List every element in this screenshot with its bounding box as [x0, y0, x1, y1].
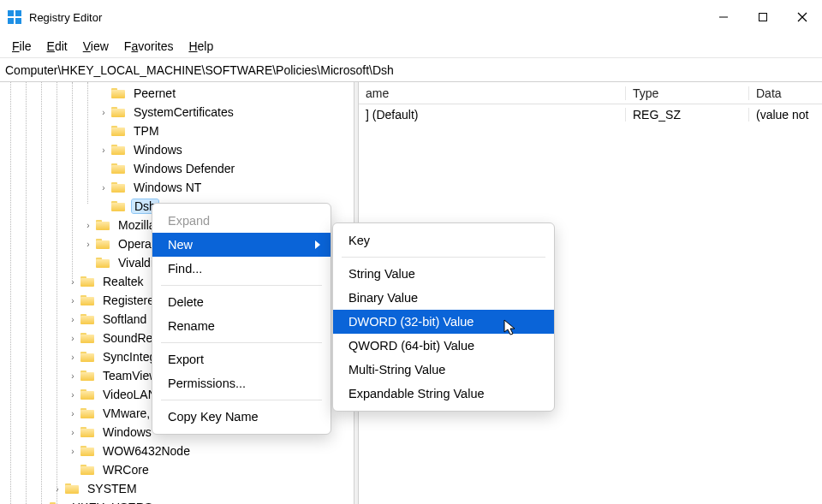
- ctx-new-item[interactable]: Expandable String Value: [333, 382, 554, 406]
- tree-item[interactable]: ›WOW6432Node: [0, 442, 354, 460]
- window-title: Registry Editor: [29, 11, 102, 24]
- cell-data: (value not: [749, 108, 822, 122]
- tree-item-label: SystemCertificates: [132, 105, 235, 119]
- chevron-icon[interactable]: ›: [67, 332, 79, 344]
- chevron-icon: [67, 464, 79, 476]
- col-header-type[interactable]: Type: [626, 86, 749, 100]
- folder-icon: [80, 276, 96, 288]
- col-header-data[interactable]: Data: [749, 86, 822, 100]
- ctx-item[interactable]: Copy Key Name: [152, 405, 331, 429]
- folder-icon: [80, 351, 96, 363]
- ctx-item[interactable]: Delete: [152, 290, 331, 314]
- menu-file[interactable]: File: [5, 38, 39, 55]
- chevron-icon: [98, 125, 110, 137]
- ctx-new-item[interactable]: String Value: [333, 262, 554, 286]
- tree-item-label: Opera: [116, 237, 153, 251]
- chevron-icon: [98, 163, 110, 175]
- maximize-button[interactable]: [743, 0, 783, 34]
- ctx-new-item[interactable]: DWORD (32-bit) Value: [333, 310, 554, 334]
- menu-favorites[interactable]: Favorites: [117, 38, 181, 55]
- tree-item-label: Windows NT: [132, 181, 203, 194]
- tree-item-label: Vivaldi: [116, 256, 155, 270]
- folder-icon: [111, 181, 127, 193]
- chevron-icon[interactable]: ›: [67, 351, 79, 363]
- svg-rect-0: [8, 10, 14, 16]
- folder-icon: [65, 483, 80, 495]
- menubar: File Edit View Favorites Help: [0, 34, 822, 58]
- list-body: ] (Default)REG_SZ(value not: [359, 104, 822, 125]
- chevron-icon[interactable]: ›: [67, 294, 79, 306]
- tree-item[interactable]: ›Windows: [0, 140, 354, 159]
- svg-rect-2: [8, 18, 14, 24]
- tree-item-label: Windows: [101, 425, 153, 439]
- app-icon: [7, 9, 22, 25]
- folder-icon: [80, 426, 96, 438]
- ctx-item[interactable]: Permissions...: [152, 371, 331, 395]
- chevron-icon[interactable]: ›: [67, 370, 79, 382]
- chevron-icon[interactable]: ›: [98, 181, 110, 193]
- folder-icon: [111, 200, 127, 212]
- chevron-icon[interactable]: ›: [67, 445, 79, 457]
- tree-item-label: VideoLAN: [101, 388, 158, 401]
- tree-item[interactable]: WRCore: [0, 460, 354, 479]
- tree-item[interactable]: ›Windows NT: [0, 178, 354, 197]
- tree-item[interactable]: Peernet: [0, 84, 354, 103]
- minimize-button[interactable]: [704, 0, 743, 34]
- folder-icon: [111, 106, 127, 118]
- ctx-item[interactable]: New: [152, 233, 331, 257]
- chevron-icon[interactable]: ›: [82, 219, 94, 231]
- menu-view[interactable]: View: [76, 38, 116, 55]
- folder-icon: [80, 313, 96, 325]
- folder-icon: [80, 370, 96, 382]
- folder-icon: [111, 125, 127, 137]
- folder-icon: [96, 257, 111, 269]
- chevron-icon: [98, 200, 110, 212]
- chevron-icon[interactable]: ›: [98, 106, 110, 118]
- ctx-new-item[interactable]: QWORD (64-bit) Value: [333, 334, 554, 358]
- tree-item-label: Softland: [101, 312, 148, 326]
- address-bar[interactable]: Computer\HKEY_LOCAL_MACHINE\SOFTWARE\Pol…: [0, 58, 822, 82]
- svg-rect-1: [15, 10, 21, 16]
- ctx-new-item[interactable]: Binary Value: [333, 286, 554, 310]
- chevron-icon[interactable]: ›: [67, 388, 79, 400]
- chevron-icon[interactable]: ›: [82, 238, 94, 250]
- chevron-icon[interactable]: ›: [67, 313, 79, 325]
- tree-item[interactable]: Windows Defender: [0, 159, 354, 178]
- ctx-new-item[interactable]: Multi-String Value: [333, 358, 554, 382]
- tree-item[interactable]: ›HKEY_USERS: [0, 498, 354, 504]
- menu-help[interactable]: Help: [182, 38, 220, 55]
- tree-item[interactable]: ›SYSTEM: [0, 479, 354, 498]
- col-header-name[interactable]: ame: [359, 86, 626, 100]
- tree-item-label: Windows Defender: [132, 162, 236, 175]
- cell-name: ] (Default): [359, 108, 626, 122]
- tree-item-label: WOW6432Node: [101, 444, 192, 458]
- context-menu: ExpandNewFind...DeleteRenameExportPermis…: [152, 203, 331, 435]
- chevron-icon[interactable]: ›: [51, 483, 63, 495]
- address-path: Computer\HKEY_LOCAL_MACHINE\SOFTWARE\Pol…: [5, 63, 394, 77]
- ctx-item[interactable]: Export: [152, 347, 331, 371]
- ctx-item[interactable]: Find...: [152, 257, 331, 281]
- tree-item-label: HKEY_USERS: [70, 501, 154, 504]
- cursor-icon: [503, 319, 517, 336]
- context-submenu-new: KeyString ValueBinary ValueDWORD (32-bit…: [332, 222, 555, 412]
- folder-icon: [80, 464, 96, 476]
- list-row[interactable]: ] (Default)REG_SZ(value not: [359, 104, 822, 125]
- close-button[interactable]: [783, 0, 822, 34]
- chevron-icon[interactable]: ›: [67, 426, 79, 438]
- folder-icon: [96, 219, 111, 231]
- ctx-item[interactable]: Rename: [152, 314, 331, 338]
- folder-icon: [80, 388, 96, 400]
- chevron-icon[interactable]: ›: [67, 276, 79, 288]
- folder-icon: [80, 407, 96, 419]
- chevron-icon[interactable]: ›: [98, 144, 110, 156]
- tree-item[interactable]: TPM: [0, 122, 354, 140]
- svg-rect-5: [759, 14, 767, 21]
- tree-item-label: SYSTEM: [86, 482, 139, 495]
- chevron-icon[interactable]: ›: [67, 407, 79, 419]
- ctx-new-item[interactable]: Key: [333, 228, 554, 252]
- menu-edit[interactable]: Edit: [40, 38, 74, 55]
- list-header: ame Type Data: [359, 82, 822, 104]
- chevron-icon: [98, 87, 110, 99]
- window-controls: [704, 0, 822, 34]
- tree-item[interactable]: ›SystemCertificates: [0, 103, 354, 122]
